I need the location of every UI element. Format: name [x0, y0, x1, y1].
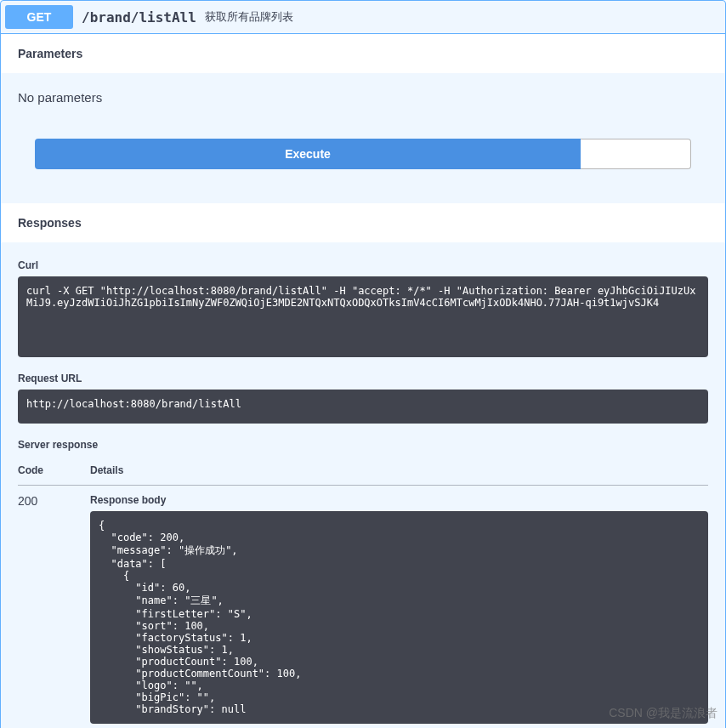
execute-wrapper: Execute	[18, 139, 708, 186]
table-row: 200 Response body { "code": 200, "messag…	[18, 486, 708, 729]
execute-button[interactable]: Execute	[35, 139, 581, 169]
request-url-label: Request URL	[18, 373, 708, 384]
responses-title: Responses	[18, 216, 82, 230]
parameters-title: Parameters	[18, 47, 82, 60]
responses-inner: Curl curl -X GET "http://localhost:8080/…	[1, 242, 725, 728]
curl-command[interactable]: curl -X GET "http://localhost:8080/brand…	[18, 276, 708, 357]
curl-section: Curl curl -X GET "http://localhost:8080/…	[18, 259, 708, 357]
request-url-value[interactable]: http://localhost:8080/brand/listAll	[18, 390, 708, 424]
curl-label: Curl	[18, 259, 708, 271]
col-header-code: Code	[18, 456, 90, 486]
col-header-details: Details	[90, 456, 708, 486]
response-body-label: Response body	[90, 494, 708, 506]
server-response-label: Server response	[18, 439, 708, 451]
request-url-section: Request URL http://localhost:8080/brand/…	[18, 373, 708, 424]
http-method-badge: GET	[5, 5, 73, 29]
responses-header: Responses	[1, 203, 725, 242]
clear-button[interactable]	[581, 139, 691, 169]
no-parameters-text: No parameters	[18, 90, 708, 105]
endpoint-path: /brand/listAll	[73, 9, 205, 26]
parameters-body: No parameters Execute	[1, 73, 725, 203]
response-details-cell: Response body { "code": 200, "message": …	[90, 486, 708, 729]
operation-block: GET /brand/listAll 获取所有品牌列表 Parameters N…	[0, 0, 726, 728]
parameters-header: Parameters	[1, 34, 725, 73]
endpoint-description: 获取所有品牌列表	[205, 9, 293, 25]
response-body[interactable]: { "code": 200, "message": "操作成功", "data"…	[90, 511, 708, 724]
operation-summary[interactable]: GET /brand/listAll 获取所有品牌列表	[1, 1, 725, 34]
response-table: Code Details 200 Response body { "code":…	[18, 456, 708, 728]
status-code: 200	[18, 486, 90, 729]
